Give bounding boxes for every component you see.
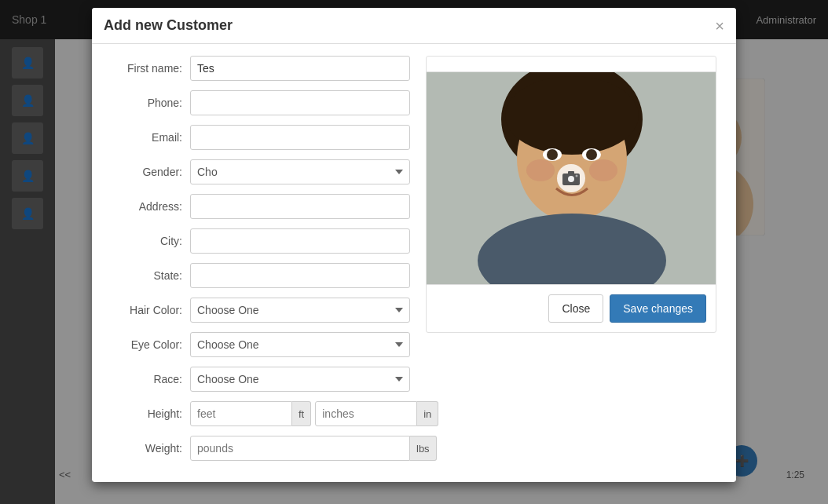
height-feet-input[interactable]: [190, 401, 292, 426]
svg-rect-17: [548, 217, 595, 249]
eye-color-label: Eye Color:: [104, 338, 190, 351]
weight-label: Weight:: [104, 442, 190, 455]
height-feet-field: ft: [190, 401, 311, 426]
state-row: State:: [104, 263, 410, 288]
address-row: Address:: [104, 194, 410, 219]
eye-color-select[interactable]: Choose One Brown Blue Green Hazel Gray: [190, 332, 410, 357]
weight-inputs: lbs: [190, 436, 437, 461]
photo-modal-footer: Close Save changes: [427, 284, 716, 332]
svg-point-14: [589, 159, 617, 181]
modal-close-button[interactable]: ×: [715, 18, 724, 34]
address-input[interactable]: [190, 194, 410, 219]
add-customer-modal: Add new Customer × First name: Phone:: [92, 8, 736, 482]
height-inputs: ft in: [190, 401, 438, 426]
city-label: City:: [104, 235, 190, 247]
modal-header: Add new Customer ×: [92, 8, 736, 44]
modal-overlay: Add new Customer × First name: Phone:: [0, 0, 828, 504]
svg-point-9: [547, 149, 558, 160]
person-photo-area: [427, 72, 716, 284]
photo-frame: Close Save changes: [426, 56, 716, 333]
hair-color-row: Hair Color: Choose One Black Brown Blond…: [104, 298, 410, 323]
weight-field: lbs: [190, 436, 437, 461]
weight-row: Weight: lbs: [104, 436, 410, 461]
modal-title: Add new Customer: [104, 17, 233, 34]
modal-body: First name: Phone: Email: Gender:: [92, 44, 736, 482]
phone-input[interactable]: [190, 90, 410, 115]
address-label: Address:: [104, 200, 190, 213]
photo-panel: Close Save changes: [426, 56, 724, 470]
city-input[interactable]: [190, 228, 410, 254]
svg-point-11: [586, 149, 597, 160]
city-row: City:: [104, 228, 410, 254]
svg-point-21: [576, 175, 578, 177]
svg-point-13: [526, 159, 555, 181]
close-button[interactable]: Close: [548, 294, 603, 323]
state-label: State:: [104, 269, 190, 282]
height-inches-field: in: [315, 401, 438, 426]
gender-row: Gender: Cho Male Female Other: [104, 159, 410, 184]
phone-label: Phone:: [104, 97, 190, 109]
height-feet-unit: ft: [292, 401, 311, 426]
height-inches-input[interactable]: [315, 401, 417, 426]
state-input[interactable]: [190, 263, 410, 288]
gender-label: Gender:: [104, 166, 190, 178]
first-name-row: First name:: [104, 56, 410, 81]
first-name-input[interactable]: [190, 56, 410, 81]
camera-icon[interactable]: [557, 164, 585, 192]
phone-row: Phone:: [104, 90, 410, 115]
svg-point-19: [568, 176, 574, 182]
photo-frame-top: [427, 57, 716, 72]
save-changes-button[interactable]: Save changes: [610, 294, 706, 323]
height-label: Height:: [104, 407, 190, 420]
email-input[interactable]: [190, 125, 410, 150]
svg-rect-20: [568, 171, 574, 174]
race-label: Race:: [104, 373, 190, 385]
customer-form: First name: Phone: Email: Gender:: [104, 56, 410, 470]
race-row: Race: Choose One Asian Black Hispanic Wh…: [104, 367, 410, 392]
height-row: Height: ft in: [104, 401, 410, 426]
race-select[interactable]: Choose One Asian Black Hispanic White Ot…: [190, 367, 410, 392]
hair-color-select[interactable]: Choose One Black Brown Blonde Red Gray W…: [190, 298, 410, 323]
weight-input[interactable]: [190, 436, 410, 461]
email-label: Email:: [104, 131, 190, 144]
eye-color-row: Eye Color: Choose One Brown Blue Green H…: [104, 332, 410, 357]
email-row: Email:: [104, 125, 410, 150]
hair-color-label: Hair Color:: [104, 304, 190, 316]
svg-point-7: [505, 76, 639, 155]
first-name-label: First name:: [104, 62, 190, 75]
gender-select[interactable]: Cho Male Female Other: [190, 159, 410, 184]
